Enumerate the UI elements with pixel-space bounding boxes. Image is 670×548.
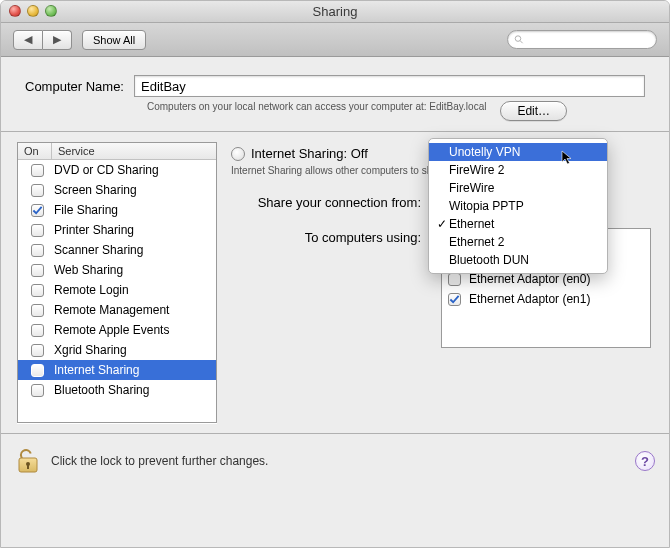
mouse-cursor-icon <box>561 150 577 166</box>
internet-sharing-heading: Internet Sharing: Off <box>251 146 368 161</box>
footer: Click the lock to prevent further change… <box>1 434 669 488</box>
service-row[interactable]: Internet Sharing <box>18 360 216 380</box>
port-label: Ethernet Adaptor (en0) <box>469 272 590 286</box>
service-label: Bluetooth Sharing <box>52 383 212 397</box>
menu-item-label: FireWire <box>449 181 494 195</box>
service-checkbox[interactable] <box>31 244 44 257</box>
service-checkbox[interactable] <box>31 324 44 337</box>
service-row[interactable]: Scanner Sharing <box>18 240 216 260</box>
service-checkbox[interactable] <box>31 384 44 397</box>
sharing-body: On Service DVD or CD SharingScreen Shari… <box>1 132 669 434</box>
service-label: Printer Sharing <box>52 223 212 237</box>
service-row[interactable]: Remote Login <box>18 280 216 300</box>
menu-item-label: Witopia PPTP <box>449 199 524 213</box>
service-row[interactable]: Remote Apple Events <box>18 320 216 340</box>
check-mark-icon: ✓ <box>435 217 449 231</box>
service-label: Remote Login <box>52 283 212 297</box>
service-row[interactable]: Screen Sharing <box>18 180 216 200</box>
service-checkbox[interactable] <box>31 224 44 237</box>
column-service[interactable]: Service <box>52 143 216 159</box>
column-on[interactable]: On <box>18 143 52 159</box>
share-from-menu[interactable]: Unotelly VPNFireWire 2FireWireWitopia PP… <box>428 138 608 274</box>
service-row[interactable]: Web Sharing <box>18 260 216 280</box>
sharing-pref-pane: Sharing ◀ ▶ Show All Computer Name: Comp… <box>0 0 670 548</box>
svg-point-0 <box>515 36 521 42</box>
service-checkbox[interactable] <box>31 164 44 177</box>
computer-name-description: Computers on your local network can acce… <box>147 101 486 112</box>
back-button[interactable]: ◀ <box>13 30 43 50</box>
service-label: Remote Apple Events <box>52 323 212 337</box>
zoom-window-button[interactable] <box>45 5 57 17</box>
search-input[interactable] <box>528 33 650 47</box>
service-checkbox[interactable] <box>31 264 44 277</box>
service-label: Remote Management <box>52 303 212 317</box>
search-icon <box>514 34 524 45</box>
help-button[interactable]: ? <box>635 451 655 471</box>
service-checkbox[interactable] <box>31 304 44 317</box>
unlocked-lock-icon <box>15 446 41 476</box>
svg-rect-4 <box>27 464 29 469</box>
service-label: Xgrid Sharing <box>52 343 212 357</box>
service-checkbox[interactable] <box>31 184 44 197</box>
menu-item-label: FireWire 2 <box>449 163 504 177</box>
menu-item[interactable]: Bluetooth DUN <box>429 251 607 269</box>
computer-name-section: Computer Name: Computers on your local n… <box>1 57 669 132</box>
menu-item[interactable]: FireWire <box>429 179 607 197</box>
port-row[interactable]: Ethernet Adaptor (en1) <box>442 289 650 309</box>
menu-item-label: Bluetooth DUN <box>449 253 529 267</box>
service-detail-pane: Internet Sharing: Off Internet Sharing a… <box>231 142 657 423</box>
menu-item[interactable]: Witopia PPTP <box>429 197 607 215</box>
service-label: Web Sharing <box>52 263 212 277</box>
service-label: DVD or CD Sharing <box>52 163 212 177</box>
forward-button[interactable]: ▶ <box>43 30 72 50</box>
to-computers-label: To computers using: <box>231 230 421 245</box>
titlebar: Sharing <box>1 1 669 23</box>
computer-name-label: Computer Name: <box>25 79 124 94</box>
minimize-window-button[interactable] <box>27 5 39 17</box>
edit-hostname-button[interactable]: Edit… <box>500 101 567 121</box>
port-checkbox[interactable] <box>448 273 461 286</box>
menu-item-label: Ethernet 2 <box>449 235 504 249</box>
service-label: Scanner Sharing <box>52 243 212 257</box>
menu-item-label: Unotelly VPN <box>449 145 520 159</box>
service-row[interactable]: Remote Management <box>18 300 216 320</box>
service-checkbox[interactable] <box>31 284 44 297</box>
menu-item-label: Ethernet <box>449 217 494 231</box>
port-checkbox[interactable] <box>448 293 461 306</box>
close-window-button[interactable] <box>9 5 21 17</box>
service-label: Internet Sharing <box>52 363 212 377</box>
service-row[interactable]: Xgrid Sharing <box>18 340 216 360</box>
lock-button[interactable] <box>15 446 41 476</box>
computer-name-field[interactable] <box>134 75 645 97</box>
share-from-label: Share your connection from: <box>231 195 421 210</box>
services-table[interactable]: On Service DVD or CD SharingScreen Shari… <box>17 142 217 423</box>
service-row[interactable]: Bluetooth Sharing <box>18 380 216 400</box>
toolbar: ◀ ▶ Show All <box>1 23 669 57</box>
service-checkbox[interactable] <box>31 204 44 217</box>
port-label: Ethernet Adaptor (en1) <box>469 292 590 306</box>
search-field[interactable] <box>507 30 657 49</box>
menu-item[interactable]: ✓Ethernet <box>429 215 607 233</box>
service-row[interactable]: DVD or CD Sharing <box>18 160 216 180</box>
service-checkbox[interactable] <box>31 344 44 357</box>
service-label: Screen Sharing <box>52 183 212 197</box>
show-all-button[interactable]: Show All <box>82 30 146 50</box>
service-row[interactable]: File Sharing <box>18 200 216 220</box>
window-title: Sharing <box>313 4 358 19</box>
menu-item[interactable]: Ethernet 2 <box>429 233 607 251</box>
lock-message: Click the lock to prevent further change… <box>51 454 625 468</box>
service-row[interactable]: Printer Sharing <box>18 220 216 240</box>
service-label: File Sharing <box>52 203 212 217</box>
menu-item[interactable]: FireWire 2 <box>429 161 607 179</box>
internet-sharing-indicator <box>231 147 245 161</box>
services-table-header: On Service <box>18 143 216 160</box>
service-checkbox[interactable] <box>31 364 44 377</box>
menu-item[interactable]: Unotelly VPN <box>429 143 607 161</box>
svg-line-1 <box>520 41 522 43</box>
